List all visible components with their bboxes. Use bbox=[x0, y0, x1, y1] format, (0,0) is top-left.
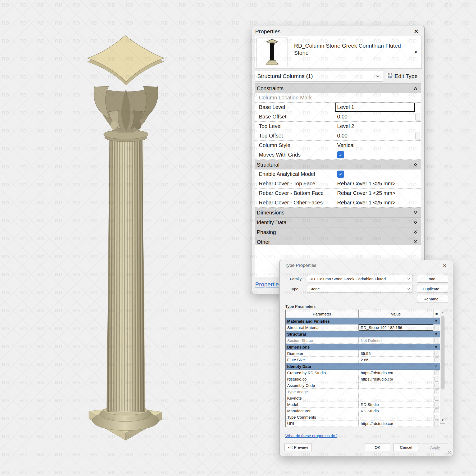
associate-parameter-button[interactable] bbox=[415, 132, 420, 140]
equals-toggle-button[interactable] bbox=[434, 402, 439, 407]
rd-watermark-text: RD bbox=[2, 272, 9, 278]
chevron-up-icon[interactable] bbox=[413, 163, 421, 167]
chevron-down-icon[interactable] bbox=[413, 230, 421, 234]
property-section-header[interactable]: Identity Data bbox=[255, 217, 421, 227]
property-section-header[interactable]: Constraints bbox=[255, 83, 421, 93]
category-selector-combobox[interactable]: Structural Columns (1) bbox=[255, 71, 383, 82]
parameter-value[interactable] bbox=[359, 414, 433, 420]
property-value[interactable]: Vertical bbox=[335, 141, 415, 150]
rename-button[interactable]: Rename... bbox=[417, 295, 448, 303]
preview-button[interactable]: << Preview bbox=[284, 443, 312, 451]
property-section-header[interactable]: Dimensions bbox=[255, 208, 421, 217]
chevron-up-icon[interactable] bbox=[434, 332, 440, 336]
parameter-value[interactable]: RD_Stone 192 182 156 bbox=[359, 324, 433, 331]
chevron-up-icon[interactable] bbox=[413, 86, 421, 90]
load-button[interactable]: Load... bbox=[417, 275, 448, 283]
rd-watermark-text: RD bbox=[232, 20, 240, 26]
property-value[interactable]: Rebar Cover 1 <25 mm> bbox=[335, 189, 415, 198]
parameter-group-header[interactable]: Dimensions bbox=[286, 344, 440, 350]
properties-help-link[interactable]: Propertie bbox=[255, 281, 279, 288]
chevron-down-icon[interactable] bbox=[413, 240, 421, 244]
equals-toggle-button[interactable] bbox=[434, 338, 439, 343]
apply-button[interactable]: Apply bbox=[422, 443, 448, 451]
equals-toggle-button[interactable] bbox=[434, 383, 439, 388]
equals-toggle-button[interactable] bbox=[434, 370, 439, 375]
rd-watermark-text: RD bbox=[232, 254, 240, 260]
parameter-group-header[interactable]: Structural bbox=[286, 331, 440, 337]
rd-watermark-text: RD bbox=[37, 398, 45, 404]
property-value[interactable] bbox=[335, 93, 415, 103]
chevron-up-icon[interactable] bbox=[434, 365, 440, 368]
rd-watermark-text: RD bbox=[196, 434, 204, 440]
rd-watermark-text: RD bbox=[37, 344, 45, 350]
rd-watermark-text: RD bbox=[143, 470, 151, 475]
equals-toggle-button[interactable] bbox=[434, 325, 439, 330]
cancel-button[interactable]: Cancel bbox=[393, 443, 419, 451]
chevron-up-icon[interactable] bbox=[434, 345, 440, 349]
column-header-value[interactable]: Value bbox=[359, 310, 433, 318]
parameter-value[interactable]: 35.56 bbox=[359, 350, 433, 357]
rd-watermark-text: RD bbox=[250, 452, 257, 457]
property-value[interactable]: ✓ bbox=[335, 150, 415, 160]
duplicate-button[interactable]: Duplicate... bbox=[417, 285, 448, 293]
property-value[interactable]: Level 2 bbox=[335, 122, 415, 131]
parameter-value[interactable]: https://rdstudio.co/ bbox=[359, 420, 433, 427]
table-scrollbar[interactable]: ▲ ▼ bbox=[440, 310, 445, 424]
checkbox-checked[interactable]: ✓ bbox=[337, 171, 344, 178]
parameter-value[interactable]: 2.86 bbox=[359, 357, 433, 363]
property-value[interactable]: 0.00 bbox=[335, 112, 415, 122]
rd-watermark-text: RD bbox=[427, 20, 434, 26]
rd-watermark-text: RD bbox=[37, 38, 45, 44]
family-combobox[interactable]: RD_Column Stone Greek Corinthian Fluted bbox=[307, 275, 413, 282]
property-value[interactable]: Rebar Cover 1 <25 mm> bbox=[335, 198, 415, 208]
equals-toggle-button[interactable] bbox=[434, 408, 439, 413]
chevron-down-icon[interactable] bbox=[413, 220, 421, 225]
property-value[interactable]: ✓ bbox=[335, 170, 415, 179]
chevron-down-icon[interactable] bbox=[413, 210, 421, 215]
resize-grip[interactable] bbox=[448, 451, 451, 454]
properties-help-link[interactable]: What do these properties do? bbox=[285, 433, 337, 438]
edit-type-button[interactable]: Edit Type bbox=[386, 72, 418, 81]
associate-parameter-button[interactable] bbox=[415, 113, 420, 121]
rd-watermark-text: RD bbox=[179, 290, 186, 296]
ok-button[interactable]: OK bbox=[365, 443, 390, 451]
equals-toggle-button[interactable] bbox=[434, 415, 439, 420]
equals-toggle-button[interactable] bbox=[434, 351, 439, 356]
parameter-value[interactable] bbox=[359, 382, 433, 389]
checkbox-checked[interactable]: ✓ bbox=[337, 151, 344, 158]
parameter-value[interactable]: https://rdstudio.co/ bbox=[359, 376, 433, 382]
property-value[interactable]: 0.00 bbox=[335, 131, 415, 141]
parameter-value[interactable]: RD Studio bbox=[359, 408, 433, 414]
type-combobox[interactable]: Stone bbox=[307, 285, 413, 292]
parameter-group-header[interactable]: Identity Data bbox=[286, 363, 440, 370]
chevron-up-icon[interactable] bbox=[434, 319, 440, 323]
property-value[interactable]: Rebar Cover 1 <25 mm> bbox=[335, 179, 415, 189]
parameter-group-header[interactable]: Materials and Finishes bbox=[286, 318, 440, 324]
scrollbar-thumb[interactable] bbox=[441, 316, 445, 390]
property-value[interactable]: Level 1 bbox=[335, 103, 415, 112]
type-dropdown-arrow-icon[interactable]: ▼ bbox=[414, 50, 418, 54]
rd-watermark-text: RD bbox=[2, 326, 9, 332]
type-selector-box[interactable]: RD_Column Stone Greek Corinthian Fluted … bbox=[255, 36, 422, 69]
close-icon[interactable]: ✕ bbox=[441, 262, 449, 269]
property-section-header[interactable]: Structural bbox=[255, 160, 421, 170]
equals-toggle-button[interactable] bbox=[434, 357, 439, 362]
column-header-parameter[interactable]: Parameter bbox=[286, 310, 359, 318]
parameter-value[interactable] bbox=[359, 389, 433, 395]
equals-toggle-button[interactable] bbox=[434, 377, 439, 382]
property-section-header[interactable]: Phasing bbox=[255, 227, 421, 237]
rd-watermark-text: RD bbox=[214, 362, 222, 368]
equals-toggle-button[interactable] bbox=[434, 389, 439, 394]
parameter-value[interactable]: Not Defined bbox=[359, 337, 433, 344]
parameter-row: Assembly Code bbox=[286, 382, 440, 389]
rd-watermark-text: RD bbox=[19, 38, 27, 44]
equals-toggle-button[interactable] bbox=[434, 396, 439, 401]
parameter-value[interactable]: https://rdstudio.co/ bbox=[359, 370, 433, 376]
equals-toggle-button[interactable] bbox=[434, 421, 439, 426]
parameter-value[interactable]: RD Studio bbox=[359, 401, 433, 408]
parameter-value[interactable] bbox=[359, 395, 433, 401]
scrollbar-down-arrow-icon[interactable]: ▼ bbox=[440, 419, 445, 423]
rd-watermark-text: RD bbox=[37, 56, 45, 62]
close-icon[interactable]: ✕ bbox=[412, 27, 421, 36]
scrollbar-up-arrow-icon[interactable]: ▲ bbox=[440, 311, 445, 315]
